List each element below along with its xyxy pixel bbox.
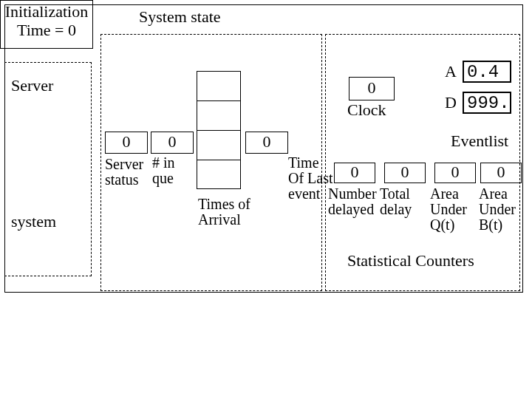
stat-number-delayed-box: 0 <box>334 163 375 183</box>
arrival-slot-value: 0 <box>263 132 271 151</box>
server-status-value-box: 0 <box>105 132 148 154</box>
queue-cell <box>197 160 240 190</box>
server-status-value: 0 <box>123 132 131 151</box>
stat-area-qt-box: 0 <box>434 163 476 183</box>
initialization-box: Initialization Time = 0 <box>0 0 93 49</box>
initialization-line2: Time = 0 <box>17 21 76 39</box>
stat-total-delay-value: 0 <box>401 163 409 181</box>
server-column: Server system <box>4 62 92 276</box>
event-d-label: D <box>445 93 457 112</box>
clock-value: 0 <box>368 78 376 97</box>
stat-area-qt-value: 0 <box>451 163 460 181</box>
statistical-counters-title: Statistical Counters <box>347 251 474 270</box>
queue-cell <box>197 101 240 131</box>
stat-area-qt-label: Area Under Q(t) <box>430 186 482 233</box>
num-in-queue-value-box: 0 <box>151 132 194 154</box>
event-a-label: A <box>445 62 457 81</box>
stat-total-delay-label: Total delay <box>380 186 432 217</box>
initialization-line1: Initialization <box>5 2 88 21</box>
event-a-value: 0.4 <box>467 62 499 82</box>
stat-area-bt-label: Area Under B(t) <box>479 186 531 233</box>
stat-total-delay-box: 0 <box>384 163 426 183</box>
num-in-queue-value: 0 <box>168 132 177 151</box>
event-a-value-box: 0.4 <box>463 61 511 83</box>
clock-value-box: 0 <box>349 77 395 100</box>
server-status-label: Server status <box>105 157 151 188</box>
queue-visualization <box>197 71 241 189</box>
system-state-title: System state <box>139 7 221 27</box>
queue-cell <box>197 131 240 160</box>
clock-label: Clock <box>347 100 386 120</box>
event-d-value: 999. <box>467 93 510 113</box>
eventlist-title: Eventlist <box>451 132 508 151</box>
event-d-value-box: 999. <box>463 92 511 114</box>
queue-cell <box>197 72 240 101</box>
stat-area-bt-value: 0 <box>497 163 505 181</box>
times-of-arrival-label: Times of Arrival <box>198 197 257 228</box>
num-in-queue-label: # in que <box>152 155 194 186</box>
stat-number-delayed-value: 0 <box>351 163 359 181</box>
time-of-last-event-label: Time Of Last event <box>288 155 334 202</box>
server-label: Server <box>11 76 53 95</box>
stat-number-delayed-label: Number delayed <box>328 186 380 217</box>
stat-area-bt-box: 0 <box>480 163 522 183</box>
arrival-slot-value-box: 0 <box>245 132 288 154</box>
system-label: system <box>11 212 56 231</box>
